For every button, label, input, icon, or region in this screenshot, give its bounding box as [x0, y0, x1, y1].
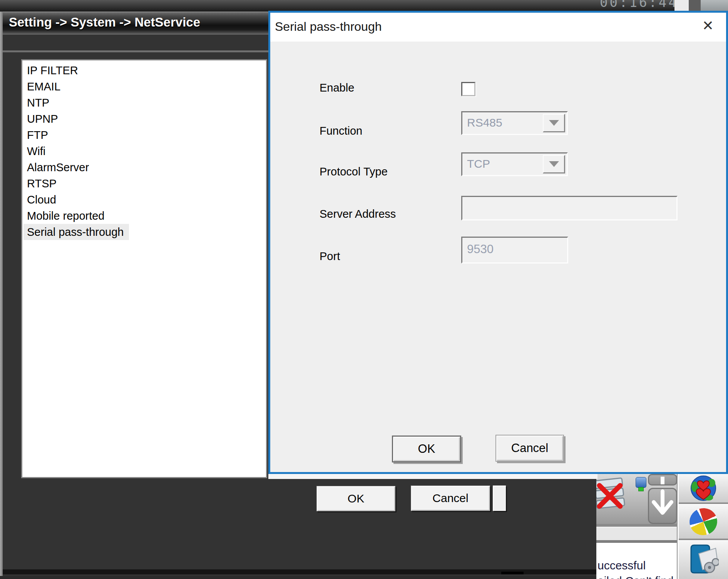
camera-gear-icon — [688, 543, 719, 577]
list-item-email[interactable]: EMAIL — [23, 78, 66, 95]
enable-checkbox[interactable] — [461, 82, 475, 96]
list-item-ntp[interactable]: NTP — [23, 95, 55, 111]
close-icon[interactable]: ✕ — [702, 19, 714, 33]
netservice-listbox[interactable]: IP FILTER EMAIL NTP UPNP FTP Wifi AlarmS… — [21, 59, 267, 478]
settings-window-title: Setting -> System -> NetService — [9, 15, 200, 30]
protocol-type-value: TCP — [467, 157, 490, 170]
status-log-area: uccessful ailed Can't find — [596, 543, 677, 579]
enable-label: Enable — [320, 82, 354, 95]
list-item-ftp[interactable]: FTP — [23, 127, 54, 143]
down-arrow-icon — [649, 489, 676, 523]
top-patch-dark — [689, 0, 701, 12]
device-config-icon-button[interactable] — [679, 541, 728, 579]
panel-strip — [596, 528, 677, 540]
window-frame-line — [3, 50, 268, 52]
background-toolbar — [596, 474, 677, 524]
port-input[interactable]: 9530 — [461, 237, 568, 264]
list-item-alarmserver[interactable]: AlarmServer — [23, 159, 94, 175]
port-label: Port — [320, 250, 340, 264]
serial-pass-through-dialog: Serial pass-through ✕ Enable Function RS… — [268, 11, 728, 474]
dialog-titlebar[interactable]: Serial pass-through ✕ — [270, 13, 726, 42]
function-select[interactable]: RS485 — [461, 111, 568, 135]
list-item-cloud[interactable]: Cloud — [23, 192, 62, 208]
device-list-error-icon — [596, 476, 627, 511]
chevron-down-icon — [549, 161, 559, 167]
server-address-input[interactable] — [461, 196, 678, 220]
partial-button-fragment[interactable] — [493, 486, 506, 511]
top-bar: 00:16:44 — [0, 0, 728, 12]
status-line-success: uccessful — [597, 559, 646, 572]
function-label: Function — [320, 125, 362, 138]
dialog-title: Serial pass-through — [275, 20, 382, 34]
statistics-icon-button[interactable] — [679, 505, 728, 539]
function-dropdown-button[interactable] — [543, 114, 565, 132]
list-item-upnp[interactable]: UPNP — [23, 111, 64, 127]
list-item-ip-filter[interactable]: IP FILTER — [23, 62, 84, 78]
status-line-failed: ailed Can't find — [597, 574, 674, 579]
protocol-dropdown-button[interactable] — [543, 155, 565, 174]
dialog-cancel-button[interactable]: Cancel — [495, 435, 564, 462]
panel-separator — [596, 540, 677, 543]
netservice-items: IP FILTER EMAIL NTP UPNP FTP Wifi AlarmS… — [23, 62, 129, 240]
hearts-globe-icon — [690, 475, 717, 502]
pie-chart-icon — [686, 505, 721, 539]
download-arrow-button[interactable] — [648, 488, 677, 524]
list-item-wifi[interactable]: Wifi — [23, 143, 51, 159]
list-item-serial-pass-through[interactable]: Serial pass-through — [23, 224, 129, 240]
chevron-down-icon — [549, 120, 559, 126]
clock-text: 00:16:44 — [600, 0, 675, 12]
device-status-icon — [636, 477, 646, 488]
dialog-bottom-edge — [268, 474, 597, 479]
function-value: RS485 — [467, 116, 502, 129]
window-cancel-button[interactable]: Cancel — [411, 486, 490, 511]
top-patch-light — [701, 0, 728, 12]
protocol-type-label: Protocol Type — [320, 165, 388, 179]
port-value: 9530 — [467, 242, 494, 256]
window-left-frame — [0, 12, 3, 576]
scroll-up-button[interactable] — [648, 474, 677, 486]
dialog-body: Enable Function RS485 Protocol Type TCP … — [270, 42, 726, 472]
window-ok-button[interactable]: OK — [316, 486, 395, 511]
list-item-mobile-reported[interactable]: Mobile reported — [23, 208, 110, 224]
window-bottom-notch — [501, 572, 524, 574]
dialog-ok-button[interactable]: OK — [392, 436, 461, 462]
server-address-label: Server Address — [320, 208, 396, 222]
toolbar-bottom-bevel — [596, 524, 677, 528]
app-icon-sidebar — [679, 474, 728, 579]
protocol-type-select[interactable]: TCP — [461, 152, 568, 176]
top-highlight-patch — [674, 0, 689, 12]
favorites-icon-button[interactable] — [679, 474, 728, 502]
list-item-rtsp[interactable]: RTSP — [23, 175, 62, 192]
screen: 00:16:44 — [0, 0, 728, 579]
